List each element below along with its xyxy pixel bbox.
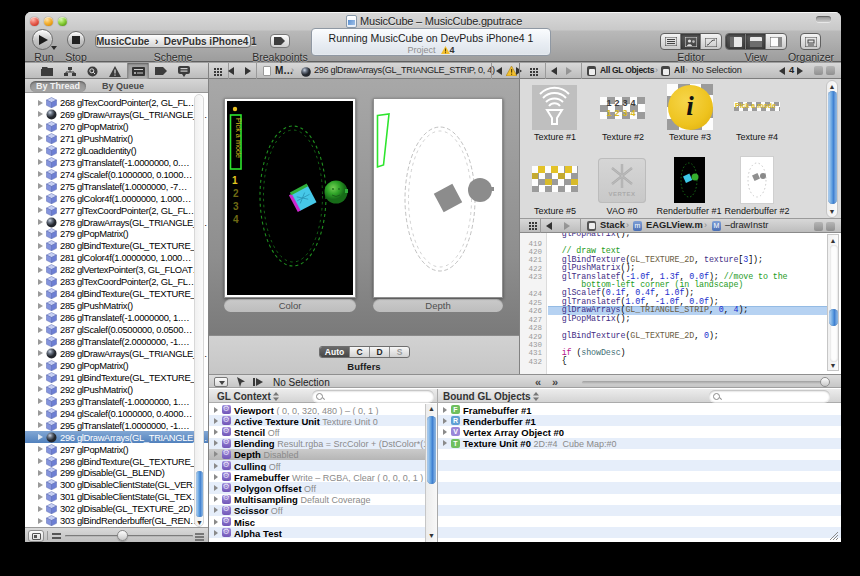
svg-text:Pick a mode: Pick a mode [234,118,243,158]
svg-text:3: 3 [233,201,239,212]
svg-text:2: 2 [233,188,239,199]
svg-text:1: 1 [232,175,238,186]
svg-text:4: 4 [233,214,239,225]
